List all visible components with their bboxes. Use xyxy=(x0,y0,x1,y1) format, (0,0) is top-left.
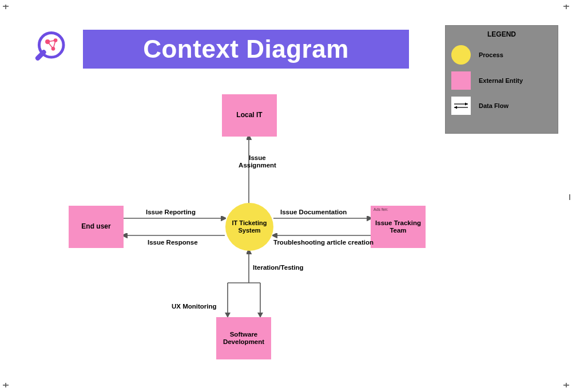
legend-swatch-dataflow xyxy=(451,97,471,115)
legend-label-entity: External Entity xyxy=(479,77,523,84)
entity-local-it: Local IT xyxy=(222,94,277,137)
process-label: IT Ticketing System xyxy=(225,219,273,234)
legend-title: LEGEND xyxy=(451,30,552,38)
flow-label-troubleshooting: Troubleshooting article creation xyxy=(273,239,374,246)
legend-swatch-process xyxy=(451,45,471,65)
flow-label-issue-documentation: Issue Documentation xyxy=(280,209,347,215)
entity-label-software: Software Development xyxy=(219,331,269,346)
flow-label-issue-response: Issue Response xyxy=(148,239,198,246)
legend-swatch-entity xyxy=(451,71,471,90)
svg-marker-9 xyxy=(465,103,468,106)
entity-end-user: End user xyxy=(69,206,124,248)
entity-label-end-user: End user xyxy=(81,223,110,231)
legend-label-dataflow: Data Flow xyxy=(479,102,509,109)
legend-label-process: Process xyxy=(479,51,503,58)
flow-label-issue-assignment: Issue Assignment xyxy=(235,154,280,169)
flow-label-issue-reporting: Issue Reporting xyxy=(146,209,196,215)
entity-label-local-it: Local IT xyxy=(236,111,262,119)
page-title: Context Diagram xyxy=(83,30,409,69)
legend-row-entity: External Entity xyxy=(451,71,552,90)
entity-issue-tracking-team: Ads fen: Issue Tracking Team xyxy=(371,206,426,248)
svg-marker-11 xyxy=(454,106,457,109)
legend-row-process: Process xyxy=(451,45,552,65)
entity-label-tracking: Issue Tracking Team xyxy=(373,219,423,234)
svg-line-6 xyxy=(47,42,53,49)
magnifier-icon xyxy=(30,26,77,73)
entity-software-development: Software Development xyxy=(216,317,271,359)
flow-label-ux-monitoring: UX Monitoring xyxy=(172,303,217,310)
flow-label-iteration-testing: Iteration/Testing xyxy=(253,264,304,271)
process-it-ticketing: IT Ticketing System xyxy=(225,203,273,251)
legend-row-dataflow: Data Flow xyxy=(451,97,552,115)
legend-panel: LEGEND Process External Entity Data Flow xyxy=(445,25,558,134)
entity-ad-text: Ads fen: xyxy=(374,207,388,212)
